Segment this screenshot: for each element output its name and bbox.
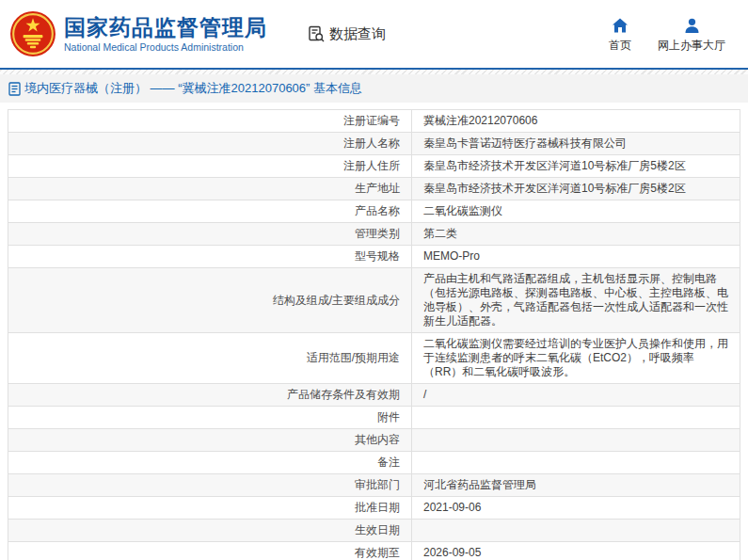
nav-item-label: 网上办事大厅	[658, 38, 725, 54]
row-value: /	[412, 384, 740, 407]
registration-info-table: 注册证编号冀械注准20212070606注册人名称秦皇岛卡普诺迈特医疗器械科技有…	[8, 109, 740, 560]
table-row: 注册证编号冀械注准20212070606	[8, 110, 740, 133]
table-row: 结构及组成/主要组成成分产品由主机和气路适配器组成，主机包括显示屏、控制电路（包…	[8, 268, 740, 333]
data-query-tab[interactable]: 数据查询	[307, 24, 386, 43]
row-label: 生效日期	[8, 520, 412, 542]
table-row: 备注	[8, 452, 740, 474]
nav-item-label: 首页	[609, 38, 631, 54]
table-row: 审批部门河北省药品监督管理局	[8, 474, 740, 497]
china-emblem-icon	[9, 10, 56, 57]
page-title: 境内医疗器械（注册） —— “冀械注准20212070606” 基本信息	[24, 80, 362, 97]
data-query-label: 数据查询	[329, 25, 386, 43]
table-row: 生产地址秦皇岛市经济技术开发区洋河道10号标准厂房5楼2区	[8, 178, 740, 200]
row-value	[412, 407, 740, 429]
row-value: 二氧化碳监测仪	[412, 200, 740, 223]
row-value	[412, 452, 740, 474]
row-value: 二氧化碳监测仪需要经过培训的专业医护人员操作和使用，用于连续监测患者的呼末二氧化…	[412, 333, 740, 384]
table-row: 注册人住所秦皇岛市经济技术开发区洋河道10号标准厂房5楼2区	[8, 155, 740, 178]
row-label: 附件	[8, 407, 412, 429]
row-value: 第二类	[412, 223, 740, 246]
table-row: 型号规格MEMO-Pro	[8, 246, 740, 268]
table-row: 产品名称二氧化碳监测仪	[8, 200, 740, 223]
home-icon	[612, 18, 629, 33]
agency-name: 国家药品监督管理局	[64, 15, 267, 40]
row-value: 河北省药品监督管理局	[412, 474, 740, 497]
row-label: 审批部门	[8, 474, 412, 497]
user-icon	[684, 18, 700, 33]
row-value	[412, 520, 740, 542]
row-label: 管理类别	[8, 223, 412, 246]
row-label: 注册人住所	[8, 155, 412, 178]
row-label: 产品名称	[8, 200, 412, 223]
nav-item-home[interactable]: 首页	[609, 18, 631, 54]
table-row: 其他内容	[8, 429, 740, 452]
row-label: 生产地址	[8, 178, 412, 200]
table-row: 管理类别第二类	[8, 223, 740, 246]
row-value: 2026-09-05	[412, 542, 740, 560]
row-value: 冀械注准20212070606	[412, 110, 740, 133]
row-value: 秦皇岛市经济技术开发区洋河道10号标准厂房5楼2区	[412, 178, 740, 200]
table-row: 注册人名称秦皇岛卡普诺迈特医疗器械科技有限公司	[8, 133, 740, 155]
row-label: 其他内容	[8, 429, 412, 452]
row-label: 注册证编号	[8, 110, 412, 133]
row-label: 型号规格	[8, 246, 412, 268]
row-value: MEMO-Pro	[412, 246, 740, 268]
agency-name-en: National Medical Products Administration	[64, 40, 267, 54]
row-label: 结构及组成/主要组成成分	[8, 268, 412, 333]
table-row: 适用范围/预期用途二氧化碳监测仪需要经过培训的专业医护人员操作和使用，用于连续监…	[8, 333, 740, 384]
row-label: 适用范围/预期用途	[8, 333, 412, 384]
row-label: 批准日期	[8, 497, 412, 520]
row-label: 备注	[8, 452, 412, 474]
row-value	[412, 429, 740, 452]
table-row: 产品储存条件及有效期/	[8, 384, 740, 407]
table-row: 批准日期2021-09-06	[8, 497, 740, 520]
page-header: 国家药品监督管理局 National Medical Products Admi…	[0, 0, 748, 68]
row-value: 2021-09-06	[412, 497, 740, 520]
row-label: 产品储存条件及有效期	[8, 384, 412, 407]
info-table-body: 注册证编号冀械注准20212070606注册人名称秦皇岛卡普诺迈特医疗器械科技有…	[8, 110, 740, 560]
row-value: 产品由主机和气路适配器组成，主机包括显示屏、控制电路（包括光源电路板、探测器电路…	[412, 268, 740, 333]
row-label: 注册人名称	[8, 133, 412, 155]
row-value: 秦皇岛卡普诺迈特医疗器械科技有限公司	[412, 133, 740, 155]
row-label: 有效期至	[8, 542, 412, 560]
agency-logo: 国家药品监督管理局 National Medical Products Admi…	[9, 10, 267, 57]
table-row: 生效日期	[8, 520, 740, 542]
table-row: 附件	[8, 407, 740, 429]
document-icon	[8, 82, 21, 96]
table-row: 有效期至2026-09-05	[8, 542, 740, 560]
data-query-icon	[307, 24, 326, 43]
nav-item-service-hall[interactable]: 网上办事大厅	[658, 18, 725, 54]
breadcrumb: 境内医疗器械（注册） —— “冀械注准20212070606” 基本信息	[0, 74, 748, 103]
row-value: 秦皇岛市经济技术开发区洋河道10号标准厂房5楼2区	[412, 155, 740, 178]
top-nav: 首页 网上办事大厅	[609, 18, 725, 54]
